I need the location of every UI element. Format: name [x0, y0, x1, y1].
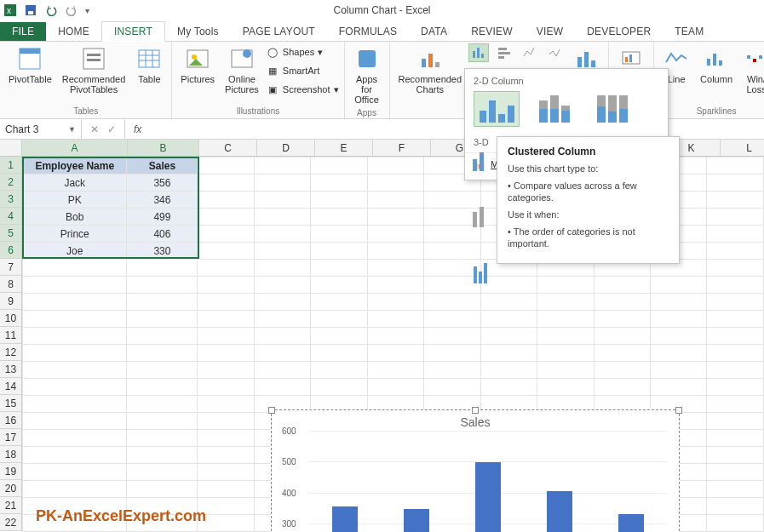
enter-icon[interactable]: ✓: [107, 123, 116, 135]
cell[interactable]: [254, 192, 310, 209]
cell[interactable]: [650, 311, 706, 328]
cell[interactable]: [198, 226, 254, 243]
pictures-button[interactable]: Pictures: [177, 43, 218, 86]
cell[interactable]: 356: [127, 174, 198, 192]
cell[interactable]: [707, 413, 764, 430]
cell[interactable]: [537, 345, 594, 362]
screenshot-button[interactable]: ▣Screenshot ▾: [266, 81, 339, 98]
cell[interactable]: 406: [127, 226, 198, 243]
cell[interactable]: [23, 294, 127, 311]
cell[interactable]: [127, 260, 198, 277]
cell[interactable]: [198, 209, 254, 226]
cell[interactable]: [127, 294, 198, 311]
cell[interactable]: [198, 413, 254, 430]
cell[interactable]: [480, 294, 537, 311]
cell[interactable]: [127, 379, 198, 396]
cell[interactable]: Sales: [127, 157, 198, 174]
col-header-D[interactable]: D: [257, 140, 315, 157]
cell[interactable]: [650, 277, 706, 294]
bar-PK[interactable]: [404, 509, 429, 532]
cell[interactable]: [537, 311, 594, 328]
cell[interactable]: [311, 345, 367, 362]
insert-line-chart-button[interactable]: [545, 43, 566, 62]
cell[interactable]: [198, 464, 254, 481]
cell[interactable]: Joe: [23, 243, 127, 260]
row-header-2[interactable]: 2: [0, 174, 22, 191]
cell[interactable]: [424, 345, 480, 362]
cell[interactable]: [594, 362, 650, 379]
cell[interactable]: PK: [23, 192, 127, 209]
cell[interactable]: [127, 362, 198, 379]
embedded-chart[interactable]: Sales 0100200300400500600 JackPKBobPrinc…: [271, 409, 680, 532]
select-all-corner[interactable]: [0, 140, 22, 157]
cell[interactable]: Employee Name: [23, 157, 127, 174]
col-header-C[interactable]: C: [199, 140, 257, 157]
cell[interactable]: [367, 226, 423, 243]
row-header-8[interactable]: 8: [0, 276, 22, 293]
cell[interactable]: [198, 328, 254, 345]
row-header-17[interactable]: 17: [0, 429, 22, 446]
col-header-F[interactable]: F: [373, 140, 431, 157]
cell[interactable]: [127, 430, 198, 447]
cell[interactable]: 346: [127, 192, 198, 209]
cell[interactable]: [367, 260, 423, 277]
col-header-A[interactable]: A: [22, 140, 128, 157]
cell[interactable]: [707, 174, 764, 192]
cell[interactable]: [707, 362, 764, 379]
row-header-21[interactable]: 21: [0, 497, 22, 514]
cell[interactable]: [127, 328, 198, 345]
cell[interactable]: [707, 243, 764, 260]
stacked-100-column-thumb[interactable]: [589, 91, 635, 127]
cell[interactable]: [311, 260, 367, 277]
cell[interactable]: [707, 515, 764, 532]
cell[interactable]: [127, 396, 198, 413]
cell[interactable]: [424, 311, 480, 328]
stacked-column-thumb[interactable]: [531, 91, 577, 127]
cell[interactable]: [198, 294, 254, 311]
cell[interactable]: [311, 226, 367, 243]
save-icon[interactable]: [24, 3, 37, 17]
cell[interactable]: [537, 379, 594, 396]
cell[interactable]: [23, 396, 127, 413]
cell[interactable]: [198, 157, 254, 174]
cell[interactable]: [23, 430, 127, 447]
clustered-3d-thumb-1[interactable]: [470, 145, 491, 175]
online-pictures-button[interactable]: Online Pictures: [221, 43, 262, 96]
cell[interactable]: [707, 209, 764, 226]
cell[interactable]: [367, 192, 423, 209]
cell[interactable]: [254, 157, 310, 174]
cell[interactable]: [127, 345, 198, 362]
tab-file[interactable]: FILE: [0, 22, 46, 41]
cell[interactable]: [367, 157, 423, 174]
row-header-11[interactable]: 11: [0, 327, 22, 344]
cell[interactable]: [254, 379, 310, 396]
name-box[interactable]: Chart 3▼: [0, 119, 82, 139]
cell[interactable]: [594, 379, 650, 396]
cell[interactable]: [480, 328, 537, 345]
tab-mytools[interactable]: My Tools: [165, 22, 231, 41]
cell[interactable]: [707, 192, 764, 209]
cell[interactable]: Prince: [23, 226, 127, 243]
cell[interactable]: [254, 174, 310, 192]
cell[interactable]: [311, 328, 367, 345]
fx-icon[interactable]: fx: [124, 119, 150, 139]
cell[interactable]: [254, 226, 310, 243]
row-header-6[interactable]: 6: [0, 242, 22, 259]
recommended-pivottables-button[interactable]: Recommended PivotTables: [59, 43, 129, 96]
cell[interactable]: [707, 277, 764, 294]
apps-for-office-button[interactable]: Apps for Office: [350, 43, 384, 106]
cell[interactable]: [367, 311, 423, 328]
qat-customize-icon[interactable]: ▾: [85, 6, 89, 15]
row-header-9[interactable]: 9: [0, 293, 22, 310]
tab-team[interactable]: TEAM: [663, 22, 715, 41]
cell[interactable]: [254, 345, 310, 362]
table-button[interactable]: Table: [132, 43, 166, 86]
cell[interactable]: 330: [127, 243, 198, 260]
cell[interactable]: [254, 243, 310, 260]
cell[interactable]: [198, 277, 254, 294]
row-header-10[interactable]: 10: [0, 310, 22, 327]
cell[interactable]: [198, 243, 254, 260]
cell[interactable]: [127, 447, 198, 464]
cell[interactable]: [537, 328, 594, 345]
tab-developer[interactable]: DEVELOPER: [575, 22, 663, 41]
